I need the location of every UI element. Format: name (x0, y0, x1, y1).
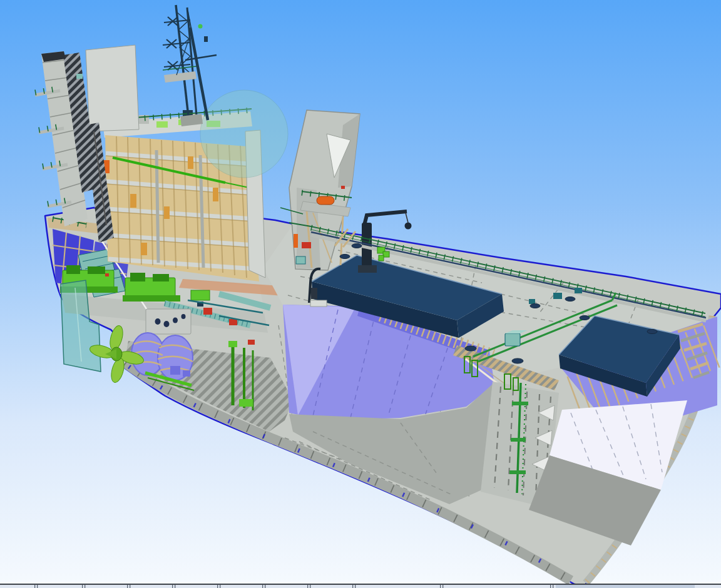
status-bar[interactable] (0, 584, 721, 588)
workshop-box (146, 309, 191, 334)
flag-marker (341, 186, 345, 189)
funnel-back-panel (86, 45, 139, 131)
ship-model-scene (0, 0, 721, 588)
teal-fitting (76, 74, 83, 79)
liferaft-canister (317, 196, 334, 205)
radome (200, 90, 288, 178)
deck-box-teal (296, 256, 305, 264)
cad-3d-viewport[interactable] (0, 0, 721, 588)
mast-navigation-light (198, 24, 203, 29)
orange-bollard (294, 234, 298, 248)
deck-box-red (302, 242, 311, 248)
